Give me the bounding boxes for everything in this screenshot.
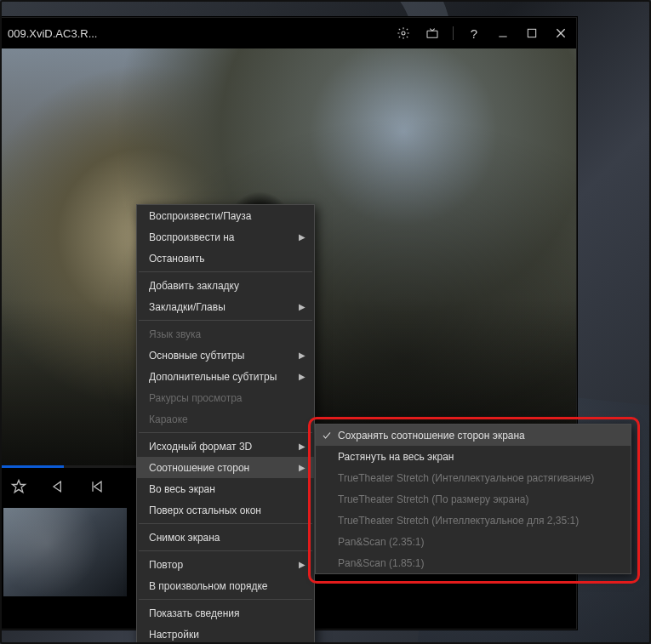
menu-item[interactable]: Воспроизвести на▶ [137, 226, 314, 248]
minimize-button[interactable] [494, 25, 511, 42]
chevron-right-icon: ▶ [299, 560, 306, 569]
titlebar-divider [453, 26, 454, 40]
menu-item-label: Воспроизвести/Пауза [149, 210, 252, 222]
bookmark-button[interactable] [4, 472, 33, 501]
submenu-item: Pan&Scan (1.85:1) [316, 552, 631, 573]
menu-separator [139, 432, 312, 433]
menu-item-label: Во весь экран [149, 483, 215, 495]
menu-separator [139, 320, 312, 321]
svg-rect-3 [528, 29, 535, 37]
menu-separator [139, 523, 312, 524]
menu-item-label: Повтор [149, 559, 183, 571]
menu-item-label: Основные субтитры [149, 350, 244, 362]
submenu-item: TrueTheater Stretch (Интеллектуальное дл… [316, 510, 631, 531]
submenu-item-label: TrueTheater Stretch (По размеру экрана) [338, 493, 528, 505]
submenu-item[interactable]: Сохранять соотношение сторон экрана [316, 425, 631, 446]
menu-item-label: Снимок экрана [149, 532, 220, 544]
previous-button[interactable] [83, 472, 111, 501]
submenu-item-label: TrueTheater Stretch (Интеллектуальное ра… [338, 472, 594, 484]
help-icon[interactable]: ? [465, 25, 483, 42]
menu-item-label: Соотношение сторон [149, 462, 249, 474]
submenu-item-label: TrueTheater Stretch (Интеллектуальное дл… [338, 515, 579, 527]
close-button[interactable] [552, 25, 569, 42]
chevron-right-icon: ▶ [299, 302, 306, 311]
menu-item[interactable]: Основные субтитры▶ [137, 345, 314, 366]
submenu-item: TrueTheater Stretch (Интеллектуальное ра… [316, 467, 631, 488]
menu-item[interactable]: Снимок экрана [137, 527, 314, 548]
menu-item[interactable]: Повтор▶ [137, 554, 314, 575]
menu-item: Язык звука [137, 323, 314, 345]
svg-marker-7 [54, 482, 60, 492]
check-icon [322, 430, 332, 441]
window-title: 009.XviD.AC3.R... [8, 27, 395, 40]
tv-icon[interactable] [424, 25, 441, 42]
svg-marker-9 [94, 482, 101, 492]
menu-item: Караоке [137, 408, 314, 430]
chevron-right-icon: ▶ [299, 350, 306, 360]
menu-item-label: Добавить закладку [149, 280, 239, 292]
menu-item-label: Остановить [149, 253, 205, 265]
chevron-right-icon: ▶ [299, 232, 306, 242]
chevron-right-icon: ▶ [299, 463, 306, 472]
menu-item[interactable]: Соотношение сторон▶ [137, 457, 314, 478]
menu-item[interactable]: Остановить [137, 248, 314, 269]
menu-item-label: Дополнительные субтитры [149, 371, 277, 383]
menu-item-label: Поверх остальных окон [149, 504, 261, 516]
titlebar-controls: ? [395, 25, 569, 42]
menu-item-label: В произвольном порядке [149, 580, 267, 592]
menu-item[interactable]: Исходный формат 3D▶ [137, 436, 314, 457]
menu-item[interactable]: Воспроизвести/Пауза [137, 205, 314, 226]
svg-rect-1 [427, 31, 437, 37]
context-menu: Воспроизвести/ПаузаВоспроизвести на▶Оста… [136, 204, 315, 644]
gear-icon[interactable] [395, 25, 412, 42]
menu-separator [139, 271, 312, 272]
menu-separator [139, 550, 312, 551]
menu-item[interactable]: Поверх остальных окон [137, 499, 314, 521]
menu-item-label: Показать сведения [149, 607, 240, 619]
menu-item-label: Исходный формат 3D [149, 441, 252, 453]
submenu-item-label: Сохранять соотношение сторон экрана [338, 430, 525, 442]
submenu-item: TrueTheater Stretch (По размеру экрана) [316, 488, 631, 510]
menu-item-label: Настройки [149, 629, 199, 641]
titlebar: 009.XviD.AC3.R... ? [1, 18, 576, 48]
menu-item: Ракурсы просмотра [137, 387, 314, 408]
menu-item[interactable]: В произвольном порядке [137, 575, 314, 596]
submenu-item[interactable]: Растянуть на весь экран [316, 446, 631, 467]
menu-item[interactable]: Добавить закладку [137, 275, 314, 296]
submenu-item-label: Pan&Scan (2.35:1) [338, 536, 424, 548]
svg-marker-6 [13, 481, 26, 493]
chevron-right-icon: ▶ [299, 442, 306, 451]
menu-item-label: Закладки/Главы [149, 301, 226, 313]
menu-item[interactable]: Дополнительные субтитры▶ [137, 366, 314, 387]
submenu-item-label: Pan&Scan (1.85:1) [338, 557, 424, 569]
chevron-right-icon: ▶ [299, 372, 306, 381]
maximize-button[interactable] [523, 25, 540, 42]
step-back-button[interactable] [43, 472, 72, 501]
thumbnail[interactable] [3, 508, 127, 596]
svg-point-0 [402, 31, 405, 35]
menu-item-label: Караоке [149, 413, 188, 425]
aspect-ratio-submenu: Сохранять соотношение сторон экранаРастя… [315, 424, 631, 574]
menu-item-label: Воспроизвести на [149, 231, 234, 243]
menu-item-label: Язык звука [149, 328, 201, 340]
submenu-item: Pan&Scan (2.35:1) [316, 531, 631, 552]
menu-separator [139, 599, 312, 600]
menu-item[interactable]: Настройки [137, 624, 314, 644]
menu-item[interactable]: Во весь экран [137, 478, 314, 499]
menu-item[interactable]: Закладки/Главы▶ [137, 296, 314, 317]
menu-item[interactable]: Показать сведения [137, 602, 314, 624]
menu-item-label: Ракурсы просмотра [149, 392, 243, 404]
progress-fill [1, 465, 64, 468]
submenu-item-label: Растянуть на весь экран [338, 451, 454, 463]
